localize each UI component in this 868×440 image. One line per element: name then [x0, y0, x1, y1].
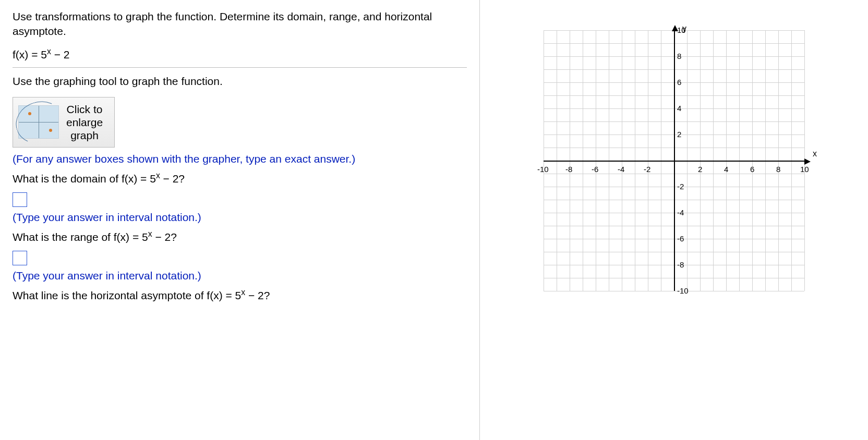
- graph-pane: -10-8-6-4-2246810-10-8-6-4-2246810 y x: [480, 0, 868, 440]
- x-tick: -10: [537, 165, 549, 174]
- y-axis-label: y: [682, 24, 686, 33]
- function-definition: f(x) = 5x − 2: [13, 48, 467, 61]
- y-tick: -10: [677, 286, 689, 295]
- range-post: − 2?: [152, 231, 177, 243]
- x-arrow-icon: [804, 158, 811, 165]
- y-tick: -2: [677, 182, 684, 191]
- x-tick: 4: [724, 165, 728, 174]
- question-pane: Use transformations to graph the functio…: [0, 0, 480, 440]
- domain-post: − 2?: [160, 173, 185, 185]
- y-tick: -6: [677, 234, 684, 243]
- x-tick: 10: [800, 165, 809, 174]
- asym-post: − 2?: [245, 289, 270, 301]
- x-tick: 2: [698, 165, 702, 174]
- range-pre: What is the range of f(x) = 5: [13, 231, 148, 243]
- graph-tool-instruction: Use the graphing tool to graph the funct…: [13, 75, 467, 88]
- y-tick: 2: [677, 130, 681, 139]
- range-hint: (Type your answer in interval notation.): [13, 270, 467, 282]
- x-tick: 6: [750, 165, 754, 174]
- y-tick: -4: [677, 208, 684, 217]
- domain-hint: (Type your answer in interval notation.): [13, 211, 467, 224]
- enlarge-line1: Click to: [66, 103, 103, 116]
- grapher-note: (For any answer boxes shown with the gra…: [13, 153, 467, 165]
- enlarge-line2: enlarge: [66, 116, 103, 129]
- y-axis: [674, 30, 675, 291]
- graph-thumb-icon: [18, 105, 59, 139]
- asym-pre: What line is the horizontal asymptote of…: [13, 289, 241, 301]
- y-tick: -8: [677, 260, 684, 269]
- range-sup: x: [148, 229, 152, 238]
- enlarge-line3: graph: [66, 129, 103, 142]
- divider: [13, 67, 467, 68]
- asym-sup: x: [241, 288, 245, 297]
- instruction-text: Use transformations to graph the functio…: [13, 9, 467, 39]
- x-tick: -2: [644, 165, 650, 174]
- y-tick: 4: [677, 104, 681, 113]
- func-sup: x: [47, 47, 51, 56]
- range-input[interactable]: [13, 251, 27, 265]
- x-tick: -6: [592, 165, 598, 174]
- y-tick: 6: [677, 78, 681, 87]
- func-post: − 2: [51, 48, 70, 60]
- func-pre: f(x) = 5: [13, 48, 47, 60]
- x-tick: -4: [618, 165, 624, 174]
- x-axis-label: x: [813, 149, 817, 158]
- range-question: What is the range of f(x) = 5x − 2?: [13, 231, 467, 243]
- domain-input[interactable]: [13, 192, 27, 207]
- domain-sup: x: [156, 171, 160, 180]
- domain-pre: What is the domain of f(x) = 5: [13, 173, 156, 185]
- enlarge-graph-label: Click to enlarge graph: [66, 103, 103, 142]
- coordinate-graph[interactable]: -10-8-6-4-2246810-10-8-6-4-2246810 y x: [528, 15, 820, 307]
- x-tick: -8: [565, 165, 572, 174]
- x-tick: 8: [776, 165, 780, 174]
- enlarge-graph-button[interactable]: Click to enlarge graph: [13, 97, 115, 148]
- y-arrow-icon: [672, 25, 678, 31]
- asymptote-question: What line is the horizontal asymptote of…: [13, 289, 467, 302]
- y-tick: 8: [677, 52, 681, 60]
- domain-question: What is the domain of f(x) = 5x − 2?: [13, 173, 467, 185]
